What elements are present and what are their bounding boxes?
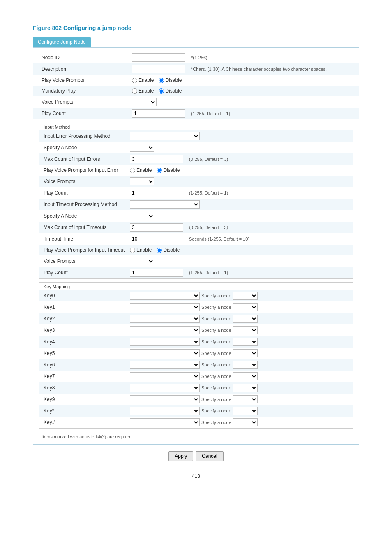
key4-select[interactable] [130, 338, 200, 346]
pvp-timeout-disable-radio[interactable] [157, 248, 162, 253]
pvp-error-disable-label[interactable]: Disable [157, 167, 180, 173]
voice-prompts-timeout-select[interactable] [130, 257, 154, 265]
keyhash-node-select[interactable] [233, 418, 258, 426]
key0-node-select[interactable] [233, 292, 258, 300]
node-id-input[interactable] [132, 53, 185, 62]
play-count-error-input[interactable] [130, 189, 183, 197]
key8-label: Key8 [44, 385, 130, 391]
input-error-method-label: Input Error Processing Method [44, 133, 130, 139]
mandatory-play-disable-label[interactable]: Disable [159, 88, 182, 94]
key1-node-select[interactable] [233, 303, 258, 311]
key0-select[interactable] [130, 292, 200, 300]
key6-row: Key6 Specify a node [39, 359, 353, 371]
key7-node-select[interactable] [233, 372, 258, 380]
apply-button[interactable]: Apply [168, 451, 193, 461]
input-timeout-method-label: Input Timeout Processing Method [44, 202, 130, 207]
keystar-label: Key* [44, 408, 130, 414]
description-input[interactable] [132, 65, 185, 73]
key9-row: Key9 Specify a node [39, 394, 353, 405]
keystar-row: Key* Specify a node [39, 405, 353, 417]
play-count-timeout-input[interactable] [130, 269, 183, 277]
max-count-errors-hint: (0-255, Default = 3) [189, 157, 228, 162]
specify-node-error-select[interactable] [130, 144, 154, 152]
keystar-node-select[interactable] [233, 407, 258, 415]
voice-prompts-row: Voice Prompts [33, 96, 359, 108]
key5-specify-label: Specify a node [201, 351, 231, 356]
key7-label: Key7 [44, 373, 130, 379]
key2-node-select[interactable] [233, 315, 258, 323]
key3-select[interactable] [130, 326, 200, 334]
play-voice-prompts-label: Play Voice Prompts [42, 77, 132, 83]
play-voice-prompts-disable-label[interactable]: Disable [159, 77, 182, 83]
voice-prompts-error-label: Voice Prompts [44, 178, 130, 184]
key-mapping-header: Key Mapping [39, 283, 353, 290]
key4-label: Key4 [44, 339, 130, 345]
mandatory-play-radio-group: Enable Disable [132, 88, 182, 94]
input-timeout-method-select[interactable] [130, 200, 200, 209]
key6-node-select[interactable] [233, 361, 258, 369]
pvp-timeout-radio-group: Enable Disable [130, 247, 180, 253]
key2-specify-label: Specify a node [201, 316, 231, 321]
tab-bar[interactable]: Configure Jump Node [33, 37, 91, 47]
max-count-errors-input[interactable] [130, 155, 183, 163]
key3-node-select[interactable] [233, 326, 258, 334]
pvp-timeout-enable-label[interactable]: Enable [130, 247, 152, 253]
key8-node-select[interactable] [233, 384, 258, 392]
play-voice-prompts-enable-label[interactable]: Enable [132, 77, 154, 83]
timeout-time-input[interactable] [130, 235, 183, 243]
key1-row: Key1 Specify a node [39, 301, 353, 313]
key9-node-select[interactable] [233, 395, 258, 403]
key4-node-select[interactable] [233, 338, 258, 346]
specify-node-error-label: Specify A Node [44, 145, 130, 151]
keystar-select[interactable] [130, 407, 200, 415]
play-count-input[interactable] [132, 109, 185, 118]
input-method-header: Input Method [39, 123, 353, 130]
mandatory-play-enable-radio[interactable] [132, 88, 137, 94]
key7-select[interactable] [130, 372, 200, 380]
pvp-error-disable-radio[interactable] [157, 168, 162, 173]
play-voice-prompts-disable-radio[interactable] [159, 78, 164, 83]
figure-title: Figure 802 Configuring a jump node [33, 25, 359, 31]
key3-row: Key3 Specify a node [39, 324, 353, 336]
mandatory-play-enable-label[interactable]: Enable [132, 88, 154, 94]
node-id-hint: *(1-256) [191, 55, 208, 60]
description-hint: *Chars. (1-30). A Chinese character occu… [191, 67, 327, 72]
play-count-timeout-row: Play Count (1-255, Default = 1) [39, 267, 353, 278]
key8-row: Key8 Specify a node [39, 382, 353, 394]
key1-select[interactable] [130, 303, 200, 311]
description-label: Description [42, 66, 132, 72]
pvp-error-enable-radio[interactable] [130, 168, 135, 173]
key8-select[interactable] [130, 384, 200, 392]
max-count-errors-label: Max Count of Input Errors [44, 156, 130, 162]
mandatory-play-disable-radio[interactable] [159, 88, 164, 94]
pvp-timeout-disable-label[interactable]: Disable [157, 247, 180, 253]
pvp-timeout-enable-radio[interactable] [130, 248, 135, 253]
key0-row: Key0 Specify a node [39, 290, 353, 301]
keyhash-select[interactable] [130, 418, 200, 426]
timeout-time-hint: Seconds (1-255, Default = 10) [189, 236, 249, 241]
pvp-timeout-row: Play Voice Prompts for Input Timeout Ena… [39, 245, 353, 255]
specify-node-timeout-select[interactable] [130, 212, 154, 220]
keyhash-label: Key# [44, 419, 130, 425]
key9-select[interactable] [130, 395, 200, 403]
voice-prompts-timeout-label: Voice Prompts [44, 258, 130, 264]
key5-node-select[interactable] [233, 349, 258, 357]
max-count-errors-row: Max Count of Input Errors (0-255, Defaul… [39, 153, 353, 165]
max-count-timeouts-input[interactable] [130, 223, 183, 232]
mandatory-play-label: Mandatory Play [42, 88, 132, 94]
cancel-button[interactable]: Cancel [196, 451, 223, 461]
voice-prompts-error-select[interactable] [130, 177, 154, 185]
key2-select[interactable] [130, 315, 200, 323]
key4-specify-label: Specify a node [201, 339, 231, 344]
input-method-section: Input Method Input Error Processing Meth… [39, 123, 353, 279]
key5-select[interactable] [130, 349, 200, 357]
voice-prompts-select[interactable] [132, 98, 157, 106]
play-count-timeout-hint: (1-255, Default = 1) [189, 270, 228, 275]
key2-row: Key2 Specify a node [39, 313, 353, 324]
input-error-method-select[interactable] [130, 132, 200, 140]
key6-select[interactable] [130, 361, 200, 369]
play-voice-prompts-enable-radio[interactable] [132, 78, 137, 83]
button-row: Apply Cancel [33, 451, 359, 461]
pvp-error-radio-group: Enable Disable [130, 167, 180, 173]
pvp-error-enable-label[interactable]: Enable [130, 167, 152, 173]
